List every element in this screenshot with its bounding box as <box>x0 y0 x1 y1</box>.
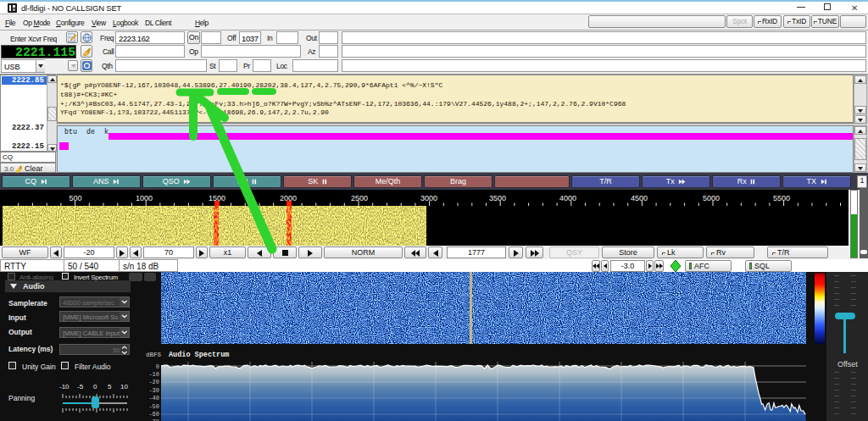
svg-text:3000: 3000 <box>420 194 437 202</box>
svg-text:4500: 4500 <box>631 194 648 202</box>
svg-text:5000: 5000 <box>703 194 720 202</box>
svg-text:5500: 5500 <box>773 194 790 202</box>
svg-text:1000: 1000 <box>136 194 153 202</box>
svg-text:3500: 3500 <box>489 194 506 202</box>
svg-text:4000: 4000 <box>559 194 576 202</box>
svg-text:2500: 2500 <box>351 194 368 202</box>
